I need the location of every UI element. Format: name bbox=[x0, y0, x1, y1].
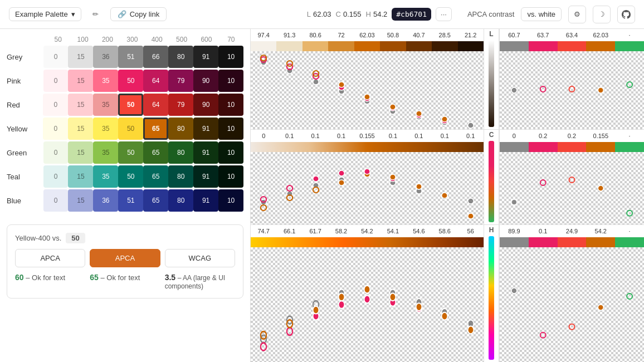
more-button[interactable]: ··· bbox=[436, 7, 452, 21]
color-cell[interactable]: 50 bbox=[118, 141, 143, 164]
color-cell[interactable]: 0 bbox=[43, 189, 69, 212]
tab-wcag[interactable]: WCAG bbox=[165, 249, 235, 267]
color-cell[interactable]: 79 bbox=[168, 70, 193, 92]
copy-link-button[interactable]: 🔗 Copy link bbox=[110, 7, 167, 21]
color-cell[interactable]: 51 bbox=[118, 46, 143, 68]
score-item-3: 3.5 – AA (large & UI components) bbox=[165, 273, 235, 290]
color-cell[interactable]: 80 bbox=[168, 189, 193, 212]
svg-point-53 bbox=[468, 213, 474, 219]
gradient-bar-l bbox=[489, 40, 494, 127]
chart-section-l: 97.4 91.3 80.6 72 62.03 50.8 40.7 28.5 2… bbox=[251, 29, 644, 130]
color-cell[interactable]: 36 bbox=[93, 189, 118, 212]
color-cell[interactable]: 10 bbox=[218, 70, 243, 92]
svg-point-87 bbox=[627, 293, 632, 299]
svg-point-49 bbox=[339, 180, 344, 185]
color-cell[interactable]: 90 bbox=[193, 70, 218, 92]
color-cell-selected[interactable]: 50 bbox=[118, 94, 143, 116]
color-cell[interactable]: 10 bbox=[218, 189, 243, 212]
dots-area-h bbox=[251, 247, 484, 362]
svg-point-71 bbox=[339, 301, 344, 309]
svg-point-58 bbox=[627, 211, 632, 216]
edit-icon[interactable]: ✏ bbox=[88, 7, 104, 22]
color-cell-selected-yellow[interactable]: 65 bbox=[143, 118, 168, 140]
color-cell[interactable]: 80 bbox=[168, 46, 193, 68]
comparison-title: Yellow-400 vs. 50 bbox=[15, 233, 235, 243]
gradient-bar-h bbox=[489, 236, 494, 360]
svg-point-56 bbox=[569, 177, 575, 183]
link-icon: 🔗 bbox=[118, 10, 126, 18]
color-cell[interactable]: 64 bbox=[143, 94, 168, 116]
color-cell[interactable]: 15 bbox=[68, 165, 93, 188]
palette-row-pink: Pink 0 15 35 50 64 79 90 10 bbox=[7, 70, 243, 92]
color-cell[interactable]: 91 bbox=[193, 165, 218, 188]
svg-point-42 bbox=[339, 170, 344, 176]
right-number-bar-h: 89.9 0.1 24.9 54.2 · bbox=[500, 225, 644, 237]
color-cell[interactable]: 80 bbox=[168, 118, 193, 140]
color-cell[interactable]: 80 bbox=[168, 165, 193, 188]
color-cell[interactable]: 35 bbox=[93, 141, 118, 164]
color-cell[interactable]: 35 bbox=[93, 94, 118, 116]
color-cell[interactable]: 0 bbox=[43, 46, 69, 68]
color-cell[interactable]: 10 bbox=[218, 165, 243, 188]
left-panel: 50 100 200 300 400 500 600 70 Grey 0 15 … bbox=[0, 29, 251, 362]
tab-apca-1[interactable]: APCA bbox=[15, 249, 85, 267]
score-desc-1: – Ok for text bbox=[26, 273, 65, 282]
color-cell[interactable]: 64 bbox=[143, 70, 168, 92]
color-cell[interactable]: 90 bbox=[193, 94, 218, 116]
color-cell[interactable]: 35 bbox=[93, 165, 118, 188]
color-cell[interactable]: 91 bbox=[193, 118, 218, 140]
color-cell[interactable]: 35 bbox=[93, 118, 118, 140]
color-cell[interactable]: 51 bbox=[118, 189, 143, 212]
color-cell[interactable]: 15 bbox=[68, 70, 93, 92]
color-cell[interactable]: 91 bbox=[193, 46, 218, 68]
color-cell[interactable]: 15 bbox=[68, 189, 93, 212]
row-label-red: Red bbox=[7, 101, 43, 109]
color-cell[interactable]: 36 bbox=[93, 46, 118, 68]
color-cell[interactable]: 0 bbox=[43, 118, 68, 140]
svg-point-78 bbox=[339, 293, 344, 301]
color-cell[interactable]: 10 bbox=[218, 94, 243, 116]
svg-point-41 bbox=[313, 176, 319, 182]
tab-apca-2-active[interactable]: APCA bbox=[90, 249, 160, 267]
settings-icon[interactable]: ⚙ bbox=[568, 6, 586, 23]
color-cell[interactable]: 91 bbox=[193, 189, 218, 212]
color-cell[interactable]: 0 bbox=[43, 165, 69, 188]
color-cell[interactable]: 15 bbox=[68, 141, 93, 164]
color-cell[interactable]: 10 bbox=[218, 46, 243, 68]
color-cell[interactable]: 66 bbox=[143, 46, 168, 68]
color-cell[interactable]: 79 bbox=[168, 94, 193, 116]
color-cell[interactable]: 50 bbox=[118, 118, 143, 140]
color-cell[interactable]: 65 bbox=[143, 141, 168, 164]
svg-point-38 bbox=[468, 198, 474, 204]
color-cell[interactable]: 80 bbox=[168, 141, 193, 164]
color-cell[interactable]: 15 bbox=[68, 94, 93, 116]
color-cell[interactable]: 0 bbox=[43, 94, 68, 116]
color-cell[interactable]: 50 bbox=[118, 70, 143, 92]
github-icon[interactable] bbox=[617, 6, 635, 23]
right-number-bar-l: 60.7 63.7 63.4 62.03 · bbox=[500, 29, 644, 41]
vs-white-button[interactable]: vs. white bbox=[521, 7, 562, 21]
color-cell[interactable]: 0 bbox=[43, 141, 69, 164]
color-cell[interactable]: 0 bbox=[43, 70, 69, 92]
chevron-down-icon: ▾ bbox=[71, 10, 75, 18]
color-cell[interactable]: 50 bbox=[118, 165, 143, 188]
color-cell[interactable]: 15 bbox=[68, 46, 93, 68]
svg-point-43 bbox=[364, 169, 370, 174]
color-cell[interactable]: 35 bbox=[93, 70, 118, 92]
color-cell[interactable]: 10 bbox=[218, 118, 243, 140]
right-color-bar-l bbox=[500, 41, 644, 51]
row-label-yellow: Yellow bbox=[7, 125, 43, 133]
color-cell[interactable]: 15 bbox=[68, 118, 93, 140]
color-cell[interactable]: 10 bbox=[218, 141, 243, 164]
palette-row-grey: Grey 0 15 36 51 66 80 91 10 bbox=[7, 46, 243, 68]
color-cell[interactable]: 91 bbox=[193, 141, 218, 164]
moon-icon[interactable]: ☽ bbox=[593, 6, 611, 23]
gradient-bar-c bbox=[489, 141, 494, 222]
color-cell[interactable]: 65 bbox=[143, 165, 168, 188]
palette-selector[interactable]: Example Palette ▾ bbox=[9, 7, 81, 21]
color-cell[interactable]: 65 bbox=[143, 189, 168, 212]
svg-point-82 bbox=[468, 326, 474, 334]
right-number-bar-c: 0 0.2 0.2 0.155 · bbox=[500, 130, 644, 142]
score-item-1: 60 – Ok for text bbox=[15, 273, 85, 290]
col-header-400: 400 bbox=[145, 36, 169, 43]
